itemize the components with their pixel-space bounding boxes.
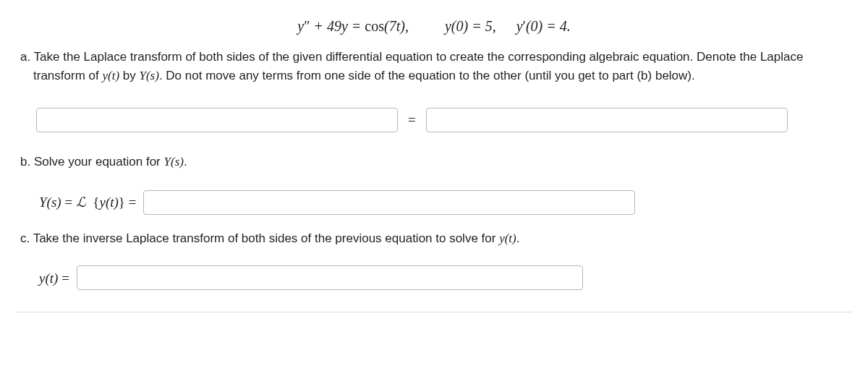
part-c-text: Take the inverse Laplace transform of bo… — [33, 231, 499, 245]
part-a-equals: = — [408, 109, 416, 130]
differential-equation: y″ + 49y = cos(7t), y(0) = 5, y′(0) = 4. — [16, 18, 852, 35]
part-a-text-2: by — [119, 69, 139, 82]
eq-lhs: y″ + 49y = cos(7t), — [297, 18, 409, 34]
part-a-label: a. — [20, 50, 30, 64]
part-c-yt: y(t) — [499, 231, 516, 245]
part-a-Ys: Y(s) — [139, 69, 158, 82]
bottom-divider — [16, 312, 852, 312]
part-c-answer-row: y(t) = — [39, 265, 852, 290]
part-b: b. Solve your equation for Y(s). Y(s) = … — [16, 153, 852, 215]
eq-ic2: y′(0) = 4. — [516, 18, 571, 34]
problem-container: y″ + 49y = cos(7t), y(0) = 5, y′(0) = 4.… — [0, 0, 868, 323]
part-b-Ys: Y(s) — [163, 155, 183, 169]
part-b-input[interactable] — [143, 190, 635, 215]
part-c-period: . — [516, 231, 520, 245]
part-b-text: Solve your equation for — [34, 155, 164, 169]
part-b-label: b. — [20, 155, 30, 169]
part-a: a. Take the Laplace transform of both si… — [16, 48, 852, 132]
part-b-period: . — [184, 155, 187, 169]
part-a-rhs-input[interactable] — [426, 108, 788, 132]
part-c-prefix: y(t) = — [39, 268, 69, 289]
part-a-text-3: . Do not move any terms from one side of… — [159, 69, 695, 82]
eq-ic1: y(0) = 5, — [445, 18, 496, 34]
part-a-yt: y(t) — [102, 69, 119, 82]
part-c-label: c. — [20, 231, 30, 245]
part-a-input-row: = — [36, 108, 852, 132]
part-c: c. Take the inverse Laplace transform of… — [16, 229, 852, 290]
part-b-prefix: Y(s) = ℒ {y(t)} = — [39, 192, 136, 213]
part-a-lhs-input[interactable] — [36, 108, 398, 132]
part-b-answer-row: Y(s) = ℒ {y(t)} = — [39, 190, 852, 215]
part-c-input[interactable] — [77, 265, 583, 290]
